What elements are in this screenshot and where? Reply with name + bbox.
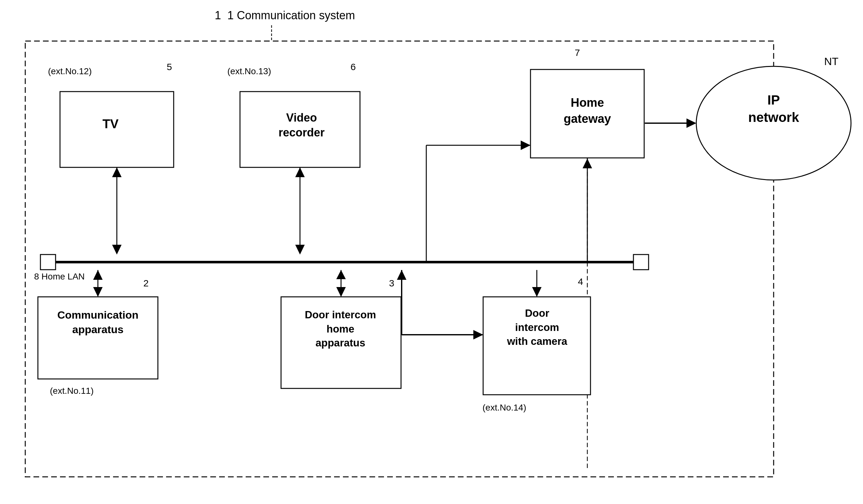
vr-number: 6 <box>350 62 356 72</box>
lan-to-door-home-arrow-down <box>336 287 346 297</box>
gateway-number: 7 <box>575 47 580 58</box>
lan-to-camera-arrow <box>532 287 541 297</box>
ip-network-label: IPnetwork <box>733 91 815 126</box>
door-camera-number: 4 <box>578 276 583 287</box>
comm-app-number: 2 <box>143 278 149 289</box>
tv-number: 5 <box>167 62 172 72</box>
vr-to-lan-arrow-down <box>295 245 305 254</box>
lan-to-door-home-arrow-up <box>336 270 346 279</box>
nt-label: NT <box>824 55 838 67</box>
lan-to-gateway-horiz-arrow <box>521 140 530 150</box>
title-text: 1 Communication system <box>227 9 355 22</box>
tv-ext: (ext.No.12) <box>48 66 92 76</box>
door-home-label: Door intercomhomeapparatus <box>280 308 400 350</box>
tv-to-lan-arrow-down <box>112 245 122 254</box>
lan-terminal-right <box>634 254 649 270</box>
gateway-to-ip-arrow <box>687 118 696 128</box>
door-camera-ext: (ext.No.14) <box>483 403 526 413</box>
comm-app-ext: (ext.No.11) <box>50 386 94 396</box>
vr-to-lan-arrow-up <box>295 167 305 177</box>
door-home-vert-arrow <box>397 270 407 280</box>
vr-ext: (ext.No.13) <box>227 66 271 76</box>
comm-app-label: Communicationapparatus <box>41 308 155 337</box>
home-lan-label: 8 Home LAN <box>34 272 85 282</box>
gateway-label: Homegateway <box>534 95 641 127</box>
lan-to-comm-arrow <box>93 287 103 297</box>
tv-to-lan-arrow-up <box>112 167 122 177</box>
title-label: 1 <box>215 9 221 22</box>
door-camera-label: Doorintercomwith camera <box>482 306 592 349</box>
door-home-number: 3 <box>389 278 395 289</box>
diagram-svg <box>0 0 863 504</box>
diagram: 1 1 Communication system 5 (ext.No.12) T… <box>0 0 863 504</box>
tv-label: TV <box>85 117 136 131</box>
vr-label: Videorecorder <box>249 111 354 140</box>
comm-to-lan-arrow <box>93 270 103 280</box>
lan-terminal-left <box>40 254 55 270</box>
